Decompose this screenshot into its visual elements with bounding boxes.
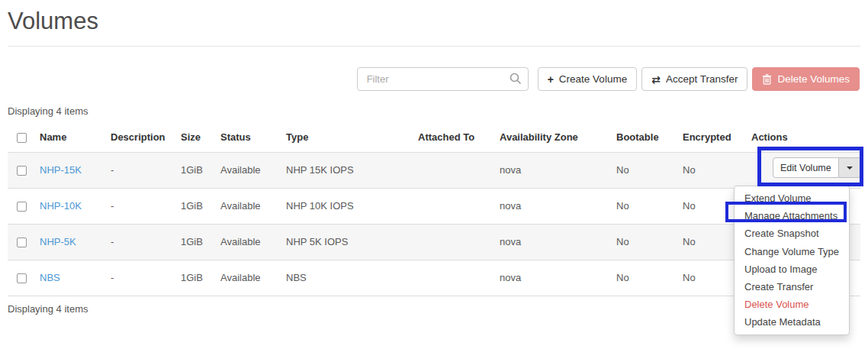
exchange-icon: ⇄: [651, 74, 661, 85]
row-checkbox[interactable]: [17, 166, 27, 176]
edit-volume-button[interactable]: Edit Volume: [773, 157, 839, 178]
trash-icon: [762, 74, 772, 85]
cell-attached-to: [412, 260, 493, 296]
cell-size: 1GiB: [175, 188, 214, 224]
cell-attached-to: [412, 188, 493, 224]
cell-status: Available: [214, 260, 280, 296]
column-header-status[interactable]: Status: [214, 123, 280, 152]
column-header-actions: Actions: [745, 123, 860, 152]
cell-description: -: [104, 188, 175, 224]
row-action-dropdown-toggle[interactable]: [839, 157, 861, 178]
items-count-top: Displaying 4 items: [8, 105, 860, 117]
cell-size: 1GiB: [175, 152, 214, 188]
table-row: NHP-5K - 1GiB Available NHP 5K IOPS nova…: [8, 224, 860, 260]
column-header-description[interactable]: Description: [104, 123, 175, 152]
cell-type: NHP 10K IOPS: [280, 188, 412, 224]
cell-type: NBS: [280, 260, 412, 296]
cell-bootable: No: [610, 152, 677, 188]
row-checkbox[interactable]: [17, 238, 27, 247]
create-volume-button[interactable]: + Create Volume: [538, 67, 638, 91]
accept-transfer-label: Accept Transfer: [666, 73, 738, 85]
menu-item-extend-volume[interactable]: Extend Volume: [735, 189, 849, 207]
column-header-encrypted[interactable]: Encrypted: [677, 123, 745, 152]
volume-name-link[interactable]: NBS: [40, 272, 60, 283]
plus-icon: +: [548, 74, 554, 85]
cell-description: -: [104, 152, 175, 188]
caret-down-icon: [847, 166, 853, 170]
menu-item-delete-volume[interactable]: Delete Volume: [735, 296, 849, 313]
cell-status: Available: [214, 152, 280, 188]
cell-attached-to: [412, 152, 493, 188]
row-checkbox[interactable]: [17, 273, 27, 283]
cell-size: 1GiB: [175, 260, 214, 296]
delete-volumes-label: Delete Volumes: [777, 73, 850, 85]
menu-item-create-transfer[interactable]: Create Transfer: [735, 278, 849, 296]
filter-input[interactable]: [357, 67, 529, 91]
row-action-split-button: Edit Volume: [773, 157, 861, 178]
table-row: NHP-10K - 1GiB Available NHP 10K IOPS no…: [8, 188, 860, 224]
cell-encrypted: No: [677, 152, 745, 188]
volumes-table: Name Description Size Status Type Attach…: [8, 123, 860, 296]
column-header-availability-zone[interactable]: Availability Zone: [493, 123, 610, 152]
cell-availability-zone: nova: [493, 188, 610, 224]
volume-name-link[interactable]: NHP-10K: [40, 200, 82, 212]
cell-availability-zone: nova: [493, 152, 610, 188]
select-all-checkbox[interactable]: [17, 133, 27, 143]
row-checkbox[interactable]: [17, 202, 27, 212]
menu-item-manage-attachments[interactable]: Manage Attachments: [735, 207, 849, 225]
column-header-size[interactable]: Size: [175, 123, 214, 152]
cell-status: Available: [214, 224, 280, 260]
volume-name-link[interactable]: NHP-15K: [40, 164, 82, 176]
cell-bootable: No: [610, 260, 677, 296]
cell-status: Available: [214, 188, 280, 224]
delete-volumes-button[interactable]: Delete Volumes: [752, 67, 860, 91]
menu-item-change-volume-type[interactable]: Change Volume Type: [735, 243, 849, 260]
cell-bootable: No: [610, 224, 677, 260]
cell-type: NHP 15K IOPS: [280, 152, 412, 188]
row-action-dropdown-menu: Extend Volume Manage Attachments Create …: [734, 186, 850, 335]
page-title: Volumes: [8, 5, 860, 38]
create-volume-label: Create Volume: [559, 73, 627, 85]
menu-item-create-snapshot[interactable]: Create Snapshot: [735, 225, 849, 242]
table-row: NHP-15K - 1GiB Available NHP 15K IOPS no…: [8, 152, 860, 188]
table-row: NBS - 1GiB Available NBS nova No No: [8, 260, 860, 296]
cell-size: 1GiB: [175, 224, 214, 260]
title-divider: [8, 46, 860, 47]
cell-availability-zone: nova: [493, 224, 610, 260]
cell-description: -: [104, 260, 175, 296]
column-header-bootable[interactable]: Bootable: [610, 123, 677, 152]
cell-availability-zone: nova: [493, 260, 610, 296]
table-toolbar: + Create Volume ⇄ Accept Transfer Delete…: [8, 67, 860, 91]
cell-type: NHP 5K IOPS: [280, 224, 412, 260]
menu-item-upload-to-image[interactable]: Upload to Image: [735, 260, 849, 278]
cell-bootable: No: [610, 188, 677, 224]
column-header-type[interactable]: Type: [280, 123, 412, 152]
items-count-bottom: Displaying 4 items: [8, 303, 860, 315]
filter-wrap: [357, 67, 529, 91]
column-header-name[interactable]: Name: [34, 123, 104, 152]
cell-description: -: [104, 224, 175, 260]
column-header-attached-to[interactable]: Attached To: [412, 123, 493, 152]
search-icon: [510, 73, 522, 85]
cell-attached-to: [412, 224, 493, 260]
volume-name-link[interactable]: NHP-5K: [40, 236, 76, 247]
header-row: Name Description Size Status Type Attach…: [8, 123, 860, 152]
accept-transfer-button[interactable]: ⇄ Accept Transfer: [641, 67, 747, 91]
menu-item-update-metadata[interactable]: Update Metadata: [735, 313, 849, 331]
